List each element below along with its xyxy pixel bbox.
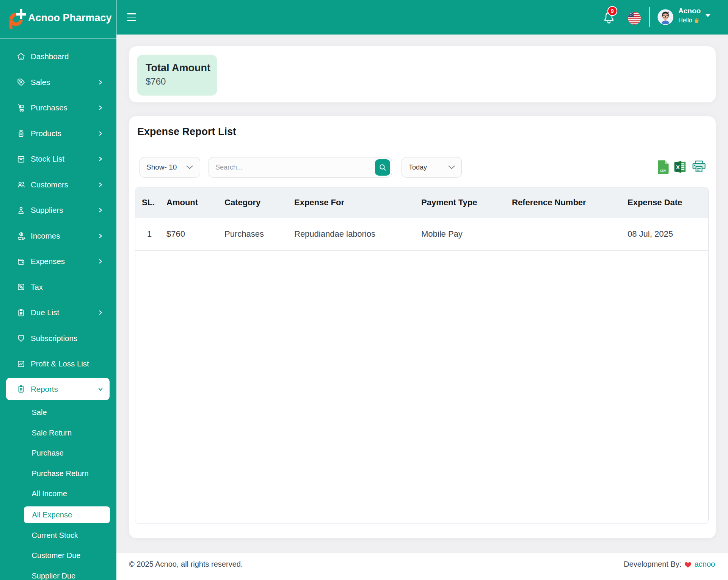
svg-text:X: X: [676, 164, 680, 170]
svg-text:csv: csv: [660, 168, 667, 173]
